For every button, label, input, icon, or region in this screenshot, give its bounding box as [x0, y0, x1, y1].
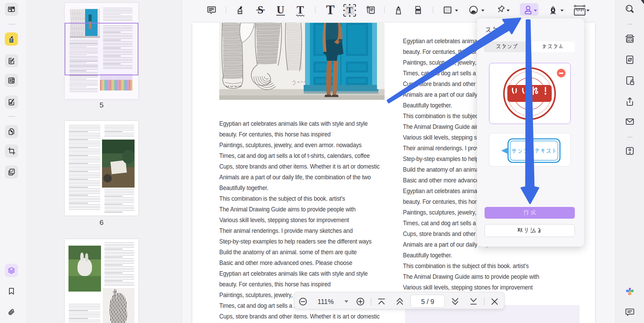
- svg-text:OCR: OCR: [626, 39, 634, 42]
